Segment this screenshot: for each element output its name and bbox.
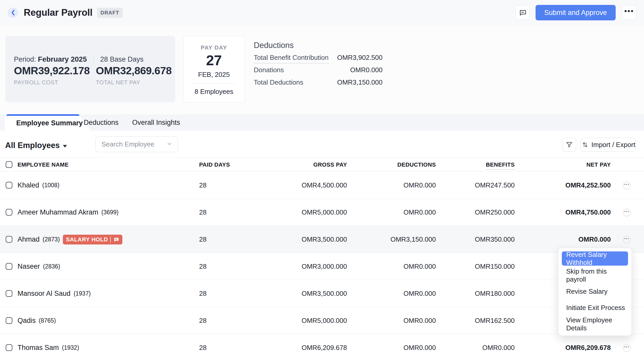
gross-pay-cell: OMR5,000.000 [302,199,347,226]
select-all-checkbox[interactable] [6,161,12,168]
table-row: Naseer (2836) 28 OMR3,000.000 OMR0.000 O… [0,253,644,280]
salary-hold-badge[interactable]: SALARY HOLD [63,235,122,244]
column-employee-name: EMPLOYEE NAME [18,158,69,172]
more-actions-button[interactable]: ••• [622,5,636,20]
menu-item-revert-salary-withhold[interactable]: Revert Salary Withhold [562,251,628,266]
page-title: Regular Payroll [24,7,92,18]
import-export-icon [581,141,589,149]
tab-deductions[interactable]: Deductions [84,114,118,131]
caret-down-icon [63,145,67,148]
deductions-panel-title: Deductions [254,41,294,50]
submit-and-approve-button[interactable]: Submit and Approve [536,5,616,20]
paid-days-cell: 28 [199,199,207,226]
gross-pay-cell: OMR6,209.678 [302,334,347,360]
back-button[interactable] [8,7,18,18]
table-row: Ameer Muhammad Akram (3699) 28 OMR5,000.… [0,199,644,226]
row-checkbox[interactable] [6,263,12,270]
payroll-summary-card: Period: February 2025 28 Base Days OMR39… [5,36,175,102]
employee-filter-dropdown[interactable]: All Employees [5,141,67,150]
deductions-cell: OMR0.000 [403,253,436,280]
menu-item-initiate-exit-process[interactable]: Initiate Exit Process [562,300,628,316]
deduction-row: Total Deductions OMR3,150.000 [254,78,383,88]
donations-label: Donations [254,66,284,74]
filter-icon [565,141,573,149]
menu-item-revise-salary[interactable]: Revise Salary [562,283,628,300]
tab-employee-summary[interactable]: Employee Summary [5,114,91,131]
row-checkbox[interactable] [6,317,12,324]
benefits-cell: OMR0.000 [482,334,515,360]
deductions-cell: OMR3,150.000 [391,226,436,253]
paid-days-cell: 28 [199,334,207,360]
employee-id: (8765) [39,317,56,324]
table-row: Khaled (1008) 28 OMR4,500.000 OMR0.000 O… [0,172,644,199]
employee-id: (1937) [74,290,91,297]
row-checkbox[interactable] [6,209,12,216]
employee-id: (2836) [43,263,60,270]
deductions-cell: OMR0.000 [403,307,436,334]
total-net-pay-value: OMR32,869.678 [96,65,172,77]
search-employee-combobox[interactable]: Search Employee [96,136,178,152]
employee-id: (3699) [101,209,118,216]
row-actions-button[interactable]: ••• [623,182,631,189]
import-export-button[interactable]: Import / Export [581,138,636,152]
employee-name[interactable]: Khaled [18,181,39,189]
benefits-cell: OMR162.500 [475,307,515,334]
gross-pay-cell: OMR3,500.000 [302,280,347,307]
net-pay-cell: OMR4,252.500 [565,172,611,199]
employee-filter-label: All Employees [5,141,60,150]
employee-name[interactable]: Ameer Muhammad Akram [18,208,98,216]
back-icon [11,10,15,16]
row-actions-button[interactable]: ••• [623,236,631,243]
row-actions-button[interactable]: ••• [623,209,631,216]
tab-bar: Employee Summary Deductions Overall Insi… [0,114,644,131]
employee-name-cell: Ameer Muhammad Akram (3699) [18,199,118,226]
menu-item-view-employee-details[interactable]: View Employee Details [562,316,628,332]
benefits-cell: OMR247.500 [475,172,515,199]
gross-pay-cell: OMR3,500.000 [302,226,347,253]
total-benefit-contribution-label[interactable]: Total Benefit Contribution [254,54,329,63]
row-checkbox[interactable] [6,344,12,351]
paid-days-cell: 28 [199,280,207,307]
employee-name[interactable]: Mansoor Al Saud [18,290,71,298]
row-checkbox[interactable] [6,236,12,243]
row-context-menu: Revert Salary WithholdSkip from this pay… [558,248,632,336]
top-bar: Regular Payroll DRAFT Submit and Approve… [0,0,644,26]
gross-pay-cell: OMR5,000.000 [302,307,347,334]
ellipsis-icon: ••• [624,238,629,240]
row-checkbox[interactable] [6,290,12,297]
row-actions-button[interactable]: ••• [623,344,631,352]
salary-hold-label: SALARY HOLD [66,236,108,243]
table-row: Mansoor Al Saud (1937) 28 OMR3,500.000 O… [0,280,644,307]
divider [191,83,237,84]
deduction-row: Total Benefit Contribution OMR3,902.500 [254,54,383,63]
employee-name-cell: Naseer (2836) [18,253,60,280]
tab-overall-insights[interactable]: Overall Insights [132,114,180,131]
period-value: February 2025 [38,55,87,63]
payroll-cost-value: OMR39,922.178 [14,65,90,77]
net-pay-cell: OMR4,750.000 [565,199,611,226]
employee-name[interactable]: Qadis [18,317,36,325]
ellipsis-icon: ••• [624,210,629,212]
paid-days-cell: 28 [199,226,207,253]
base-days: 28 Base Days [100,55,143,63]
table-row: Qadis (8765) 28 OMR5,000.000 OMR0.000 OM… [0,307,644,334]
filter-button[interactable] [562,138,576,152]
employee-id: (1932) [62,344,79,351]
ellipsis-icon: ••• [624,9,634,14]
ellipsis-icon: ••• [624,346,629,348]
divider [93,56,94,63]
employee-name[interactable]: Naseer [18,263,40,271]
status-badge: DRAFT [97,8,123,18]
employee-name-cell: Qadis (8765) [18,307,56,334]
comment-button[interactable] [515,5,530,20]
employee-name[interactable]: Thomas Sam [18,344,59,352]
row-checkbox[interactable] [6,182,12,189]
employee-name[interactable]: Ahmad [18,235,40,243]
total-deductions-label: Total Deductions [254,78,303,86]
paid-days-cell: 28 [199,307,207,334]
total-net-pay-label: TOTAL NET PAY [96,79,140,86]
deductions-panel: Deductions Total Benefit Contribution OM… [254,26,383,114]
employee-count: 8 Employees [194,88,233,96]
menu-item-skip-from-this-payroll[interactable]: Skip from this payroll [562,267,628,283]
column-net-pay: NET PAY [587,158,611,172]
